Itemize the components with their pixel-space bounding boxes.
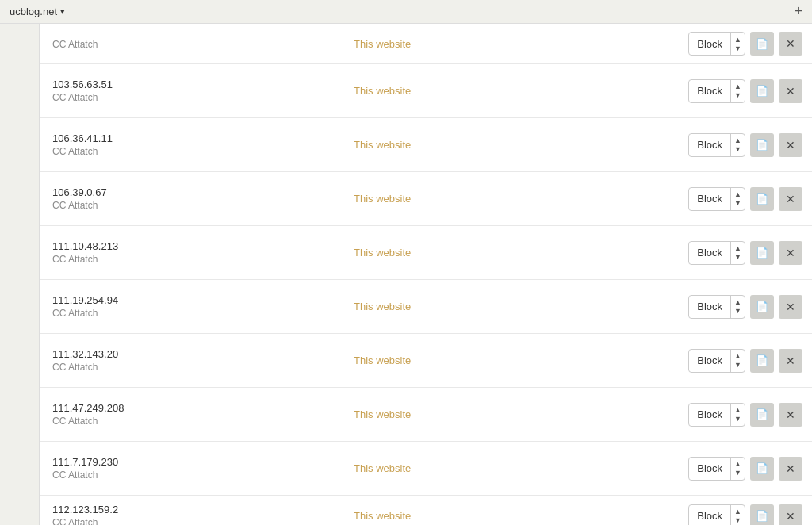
sidebar [0,24,40,525]
close-button[interactable]: ✕ [779,349,802,373]
doc-button[interactable]: 📄 [750,504,774,526]
block-select[interactable]: Block ▲ ▼ [688,349,745,373]
block-arrows[interactable]: ▲ ▼ [731,82,745,99]
table-row: 111.7.179.230 CC Attatch This website Bl… [40,442,812,496]
close-icon: ✕ [786,408,795,421]
close-icon: ✕ [786,354,795,367]
website-label: This website [354,510,411,522]
add-tab-button[interactable]: + [794,3,802,20]
ip-subtitle: CC Attatch [52,254,328,265]
close-button[interactable]: ✕ [779,295,802,319]
doc-button[interactable]: 📄 [750,403,774,427]
close-button[interactable]: ✕ [779,241,802,265]
ip-subtitle: CC Attatch [52,362,328,373]
ip-address: 111.7.179.230 [52,456,328,468]
ip-subtitle: CC Attatch [52,39,328,50]
arrow-down-icon: ▼ [734,361,741,369]
doc-button[interactable]: 📄 [750,295,774,319]
doc-icon: 📄 [756,354,768,366]
cell-action: Block ▲ ▼ 📄 ✕ [515,71,812,111]
cell-ip: 111.7.179.230 CC Attatch [40,448,341,489]
close-button[interactable]: ✕ [779,32,802,56]
block-select[interactable]: Block ▲ ▼ [688,457,745,481]
block-select[interactable]: Block ▲ ▼ [688,79,745,103]
doc-button[interactable]: 📄 [750,187,774,211]
cell-action: Block ▲ ▼ 📄 ✕ [515,24,812,63]
doc-button[interactable]: 📄 [750,457,774,481]
table-row: 111.10.48.213 CC Attatch This website Bl… [40,226,812,280]
block-arrows[interactable]: ▲ ▼ [731,352,745,369]
block-select[interactable]: Block ▲ ▼ [688,241,745,265]
ip-address: 111.32.143.20 [52,348,328,360]
cell-website: This website [341,502,515,525]
block-arrows[interactable]: ▲ ▼ [731,136,745,153]
arrow-down-icon: ▼ [734,516,741,524]
block-label: Block [689,404,731,426]
block-label: Block [689,33,731,55]
title-bar-left: ucblog.net ▾ [10,6,65,17]
close-button[interactable]: ✕ [779,403,802,427]
table-row: 112.123.159.2 CC Attatch This website Bl… [40,496,812,525]
website-label: This website [354,354,411,366]
close-button[interactable]: ✕ [779,504,802,526]
ip-subtitle: CC Attatch [52,416,328,427]
close-button[interactable]: ✕ [779,79,802,103]
ip-subtitle: CC Attatch [52,200,328,211]
doc-button[interactable]: 📄 [750,32,774,56]
block-arrows[interactable]: ▲ ▼ [731,406,745,423]
block-arrows[interactable]: ▲ ▼ [731,460,745,477]
block-label: Block [689,134,731,156]
dropdown-icon[interactable]: ▾ [60,6,65,17]
arrow-up-icon: ▲ [734,82,741,90]
cell-ip: 106.39.0.67 CC Attatch [40,178,341,219]
cell-ip: 111.47.249.208 CC Attatch [40,394,341,435]
arrow-up-icon: ▲ [734,352,741,360]
block-arrows[interactable]: ▲ ▼ [731,508,745,524]
close-icon: ✕ [786,510,795,523]
website-label: This website [354,408,411,420]
cell-action: Block ▲ ▼ 📄 ✕ [515,496,812,526]
domain-label: ucblog.net [10,6,57,17]
doc-button[interactable]: 📄 [750,349,774,373]
doc-button[interactable]: 📄 [750,241,774,265]
close-button[interactable]: ✕ [779,133,802,157]
close-icon: ✕ [786,37,795,50]
doc-icon: 📄 [756,139,768,151]
block-select[interactable]: Block ▲ ▼ [688,295,745,319]
table-row: 106.36.41.11 CC Attatch This website Blo… [40,118,812,172]
website-label: This website [354,38,411,50]
cell-action: Block ▲ ▼ 📄 ✕ [515,125,812,165]
block-label: Block [689,458,731,480]
block-arrows[interactable]: ▲ ▼ [731,190,745,207]
doc-button[interactable]: 📄 [750,133,774,157]
block-select[interactable]: Block ▲ ▼ [688,32,745,56]
table-row: 106.39.0.67 CC Attatch This website Bloc… [40,172,812,226]
ip-address: 106.39.0.67 [52,186,328,198]
block-select[interactable]: Block ▲ ▼ [688,133,745,157]
ip-subtitle: CC Attatch [52,92,328,103]
doc-icon: 📄 [756,193,768,205]
close-button[interactable]: ✕ [779,187,802,211]
block-arrows[interactable]: ▲ ▼ [731,244,745,261]
arrow-down-icon: ▼ [734,199,741,207]
table-row: 111.47.249.208 CC Attatch This website B… [40,388,812,442]
doc-icon: 📄 [756,85,768,97]
website-label: This website [354,462,411,474]
cell-ip: 112.123.159.2 CC Attatch [40,496,341,525]
block-arrows[interactable]: ▲ ▼ [731,36,745,52]
block-select[interactable]: Block ▲ ▼ [688,403,745,427]
website-label: This website [354,139,411,151]
arrow-up-icon: ▲ [734,460,741,468]
arrow-up-icon: ▲ [734,406,741,414]
close-icon: ✕ [786,462,795,475]
block-select[interactable]: Block ▲ ▼ [688,504,745,526]
cell-action: Block ▲ ▼ 📄 ✕ [515,287,812,327]
cell-website: This website [341,400,515,428]
block-arrows[interactable]: ▲ ▼ [731,298,745,315]
doc-button[interactable]: 📄 [750,79,774,103]
ip-address: 111.47.249.208 [52,402,328,414]
website-label: This website [354,301,411,312]
block-select[interactable]: Block ▲ ▼ [688,187,745,211]
arrow-down-icon: ▼ [734,253,741,261]
close-button[interactable]: ✕ [779,457,802,481]
